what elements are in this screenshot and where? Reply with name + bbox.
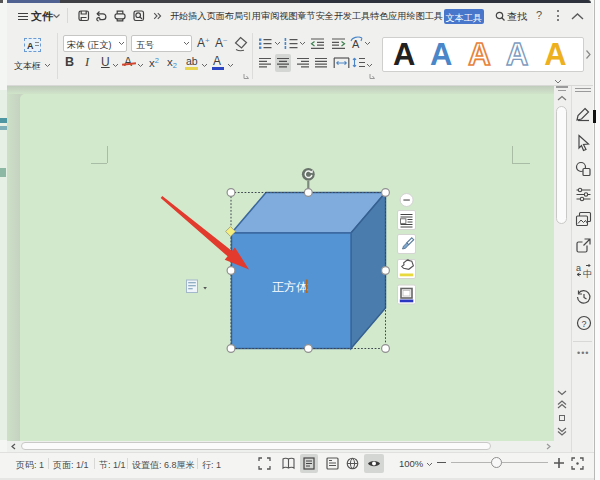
svg-text:?: ? — [582, 319, 587, 329]
svg-text:正方体: 正方体 — [272, 280, 308, 294]
svg-text:a: a — [576, 263, 581, 273]
svg-text:中: 中 — [583, 269, 592, 279]
